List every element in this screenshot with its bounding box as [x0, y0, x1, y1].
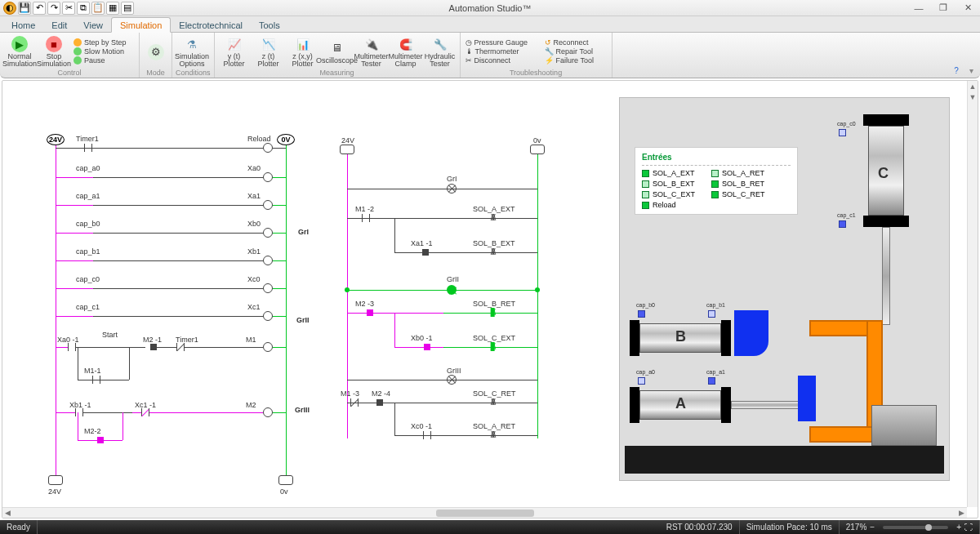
contact-m2-2[interactable] — [97, 437, 104, 443]
contact-xc1-1[interactable] — [141, 408, 149, 416]
lamp-griii[interactable] — [447, 375, 457, 385]
zoom-fit-icon[interactable]: ⛶ — [964, 523, 973, 532]
normal-simulation-button[interactable]: ▶ Normal Simulation — [3, 34, 36, 68]
coil-xa0[interactable] — [263, 172, 273, 182]
tab-edit[interactable]: Edit — [43, 18, 75, 32]
sol-a-ext[interactable]: /\/\/\ — [491, 213, 495, 222]
thermometer-button[interactable]: 🌡Thermometer — [464, 47, 541, 56]
coil-xb1[interactable] — [263, 256, 273, 265]
diagram-canvas[interactable]: 24V 0V Timer1 Reload cap_a0 Xa0 cap_a1 X… — [2, 81, 967, 507]
disconnect-icon: ✂ — [466, 56, 472, 65]
cylinder-a[interactable]: A — [630, 387, 804, 423]
minimize-button[interactable]: — — [906, 0, 931, 16]
label-lamp-griii: GrIII — [447, 367, 461, 375]
failure-button[interactable]: ⚡Failure Tool — [543, 56, 608, 65]
tab-view[interactable]: View — [75, 18, 111, 32]
gauge-icon: ◷ — [466, 38, 472, 47]
pressure-gauge-button[interactable]: ◷Pressure Gauge — [464, 38, 541, 47]
zoom-slider[interactable] — [883, 526, 948, 529]
horizontal-scrollbar[interactable]: ◀ ▶ — [2, 507, 967, 518]
pause-button[interactable]: Pause — [72, 56, 136, 65]
stop-simulation-button[interactable]: ■ Stop Simulation — [38, 34, 70, 68]
lamp-grii[interactable] — [447, 285, 457, 295]
contact-m2-1-nc[interactable] — [150, 344, 157, 350]
app-icon[interactable]: ◐ — [3, 2, 16, 15]
zt-plotter-button[interactable]: 📉z (t) Plotter — [252, 34, 285, 68]
cylinder-b[interactable]: B — [630, 320, 731, 356]
sol-c-ret[interactable]: /\/\/\ — [491, 398, 495, 407]
contact-xb0-1[interactable] — [424, 344, 430, 350]
scroll-thumb[interactable] — [436, 510, 534, 517]
help-icon[interactable]: ? — [951, 65, 962, 76]
maximize-button[interactable]: ❐ — [931, 0, 956, 16]
scroll-right-icon[interactable]: ▶ — [956, 508, 967, 518]
window-title: Automation Studio™ — [0, 3, 980, 13]
zoom-out-icon[interactable]: − — [870, 523, 875, 532]
coil-xc0[interactable] — [263, 283, 273, 293]
ribbon-group-conditions: ⚗Simulation Options Conditions — [172, 33, 215, 78]
cylinder-c[interactable]: C — [863, 114, 909, 325]
label-m2-2: M2-2 — [84, 427, 101, 435]
slow-button[interactable]: Slow Motion — [72, 47, 136, 56]
disconnect-button[interactable]: ✂Disconnect — [464, 56, 541, 65]
zxy-plotter-button[interactable]: 📊z (x,y) Plotter — [287, 34, 319, 68]
sol-a-ret[interactable]: /\/\/\ — [491, 430, 495, 439]
label-start: Start — [102, 331, 118, 339]
lamp-gri[interactable] — [447, 184, 457, 194]
coil-xc1[interactable] — [263, 311, 273, 321]
tab-electrotechnical[interactable]: Electrotechnical — [171, 18, 251, 32]
qat-paste-icon[interactable]: 📋 — [91, 2, 105, 15]
simulation-options-button[interactable]: ⚗Simulation Options — [176, 34, 208, 68]
contact-xa0-1[interactable] — [68, 343, 76, 351]
coil-xa1[interactable] — [263, 200, 273, 210]
contact-xc0-1[interactable] — [423, 431, 431, 439]
sol-b-ret[interactable]: /\/\/\ — [491, 308, 495, 317]
scroll-down-icon[interactable]: ▼ — [968, 91, 978, 102]
ribbon-tabs: Home Edit View Simulation Electrotechnic… — [0, 16, 980, 33]
sol-c-ext[interactable]: /\/\/\ — [491, 342, 495, 351]
contact-m2-4[interactable] — [376, 399, 383, 406]
repair-button[interactable]: 🔧Repair Tool — [543, 47, 608, 56]
qat-undo-icon[interactable]: ↶ — [33, 2, 46, 15]
qat-cut-icon[interactable]: ✂ — [62, 2, 75, 15]
step-button[interactable]: Step by Step — [72, 38, 136, 47]
contact-m1-2[interactable] — [362, 214, 370, 222]
hydraulic-tester-button[interactable]: 🔧Hydraulic Tester — [424, 34, 457, 68]
contact-m1-1[interactable] — [92, 376, 100, 384]
qat-copy-icon[interactable]: ⧉ — [77, 2, 90, 15]
zoom-in-icon[interactable]: + — [956, 523, 961, 532]
contact-timer1[interactable] — [84, 144, 92, 152]
contact-m2-3[interactable] — [367, 309, 373, 316]
label-xc0-1: Xc0 -1 — [411, 422, 432, 430]
qat-grid1-icon[interactable]: ▦ — [106, 2, 119, 15]
contact-m1-3[interactable] — [350, 398, 359, 407]
ribbon-minimize-icon[interactable]: ▾ — [965, 65, 977, 76]
tab-home[interactable]: Home — [3, 18, 43, 32]
coil-m1[interactable] — [263, 342, 273, 352]
sol-b-ext[interactable]: /\/\/\ — [491, 247, 495, 256]
oscilloscope-button[interactable]: 🖥Oscilloscope — [321, 34, 354, 68]
qat-redo-icon[interactable]: ↷ — [47, 2, 60, 15]
coil-xb0[interactable] — [263, 228, 273, 238]
contact-timer1-nc[interactable] — [176, 343, 185, 351]
yt-plotter-button[interactable]: 📈y (t) Plotter — [218, 34, 251, 68]
scroll-left-icon[interactable]: ◀ — [2, 508, 13, 518]
vertical-scrollbar[interactable]: ▲ ▼ — [967, 81, 978, 507]
contact-xb1-1[interactable] — [75, 408, 83, 416]
multimeter-button[interactable]: 🔌Multimeter Tester — [355, 34, 388, 68]
scroll-up-icon[interactable]: ▲ — [968, 81, 978, 91]
close-button[interactable]: ✕ — [956, 0, 980, 16]
clamp-button[interactable]: 🧲Multimeter Clamp — [390, 34, 422, 68]
mode-button[interactable]: ⚙ — [143, 34, 168, 68]
tab-simulation[interactable]: Simulation — [111, 17, 171, 33]
label-m1: M1 — [246, 336, 256, 344]
qat-grid2-icon[interactable]: ▤ — [121, 2, 134, 15]
workspace[interactable]: 24V 0V Timer1 Reload cap_a0 Xa0 cap_a1 X… — [2, 80, 978, 518]
label-foot-0v: 0v — [280, 487, 288, 496]
tab-tools[interactable]: Tools — [251, 18, 288, 32]
contact-xa1-1[interactable] — [422, 249, 429, 256]
reconnect-button[interactable]: ↺Reconnect — [543, 38, 608, 47]
qat-save-icon[interactable]: 💾 — [18, 2, 31, 15]
coil-reload[interactable] — [263, 143, 273, 153]
coil-m2[interactable] — [263, 407, 273, 417]
